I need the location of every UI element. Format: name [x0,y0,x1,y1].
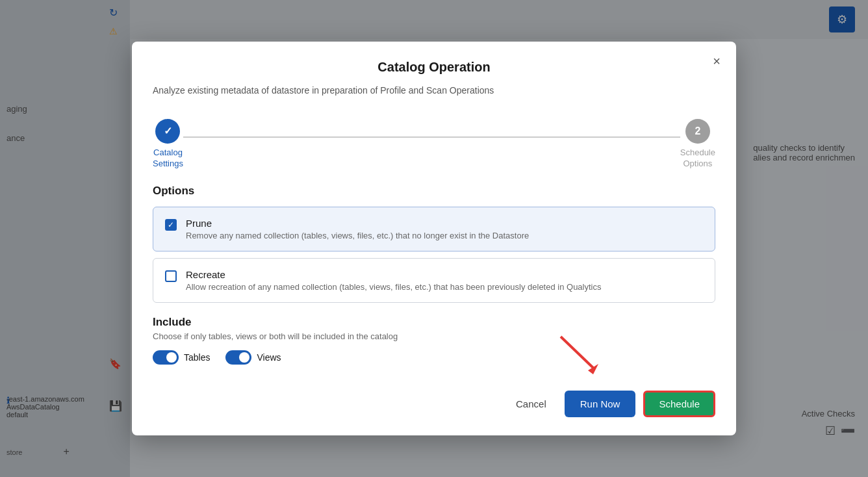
schedule-button[interactable]: Schedule [643,391,715,417]
prune-label: Prune [186,218,529,229]
views-toggle[interactable] [225,350,251,365]
step-1-label: Catalog Settings [153,148,183,170]
red-arrow-annotation [554,330,606,378]
step-2-label-line1: Schedule [680,148,715,157]
options-section-title: Options [153,185,715,198]
modal-overlay: Catalog Operation × Analyze existing met… [0,0,868,477]
step-1-label-line1: Catalog [153,148,183,157]
prune-text-block: Prune Remove any named collection (table… [186,218,529,240]
step-2-number: 2 [695,125,700,137]
tables-toggle-item: Tables [153,350,210,365]
stepper: ✓ Catalog Settings 2 Schedule Options [132,109,736,185]
recreate-checkbox[interactable] [165,270,177,282]
modal-header: Catalog Operation × [132,42,736,85]
toggles-row: Tables Views [153,350,715,365]
tables-toggle[interactable] [153,350,179,365]
views-toggle-knob [239,352,249,363]
include-subtitle: Choose if only tables, views or both wil… [153,331,715,341]
recreate-description: Allow recreation of any named collection… [186,282,602,292]
cancel-button[interactable]: Cancel [505,392,557,416]
step-2-label-line2: Options [683,159,712,168]
views-toggle-item: Views [225,350,281,365]
step-1-circle: ✓ [155,119,180,144]
prune-option-row[interactable]: ✓ Prune Remove any named collection (tab… [153,207,715,251]
close-button[interactable]: × [713,55,721,68]
views-toggle-label: Views [257,352,281,363]
tables-toggle-knob [166,352,177,363]
step-2: 2 Schedule Options [680,119,715,170]
step-connector [183,136,680,138]
catalog-operation-modal: Catalog Operation × Analyze existing met… [132,42,736,436]
step-1: ✓ Catalog Settings [153,119,183,170]
tables-toggle-label: Tables [184,352,210,363]
include-title: Include [153,316,715,329]
step-2-circle: 2 [685,119,710,144]
prune-checkbox[interactable]: ✓ [165,219,177,231]
step-2-label: Schedule Options [680,148,715,170]
recreate-text-block: Recreate Allow recreation of any named c… [186,269,602,292]
run-now-button[interactable]: Run Now [565,391,636,417]
svg-line-0 [561,337,593,368]
step-1-label-line2: Settings [153,159,183,168]
modal-title: Catalog Operation [377,60,490,74]
modal-footer: Cancel Run Now Schedule [132,380,736,435]
modal-body: Options ✓ Prune Remove any named collect… [132,185,736,380]
include-section: Include Choose if only tables, views or … [153,316,715,365]
step-1-number: ✓ [164,125,172,137]
prune-description: Remove any named collection (tables, vie… [186,231,529,240]
recreate-option-row[interactable]: Recreate Allow recreation of any named c… [153,258,715,303]
recreate-label: Recreate [186,269,602,280]
modal-subtitle: Analyze existing metadata of datastore i… [132,85,736,109]
